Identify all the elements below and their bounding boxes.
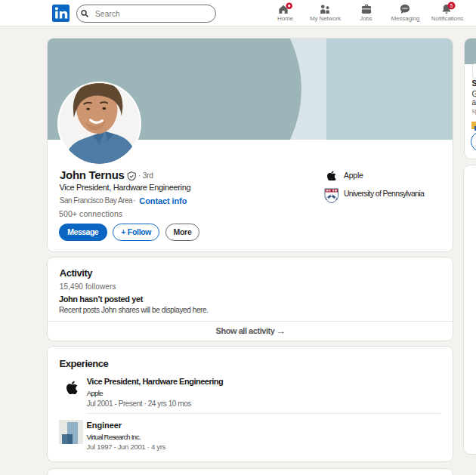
- svg-text:5: 5: [450, 2, 453, 8]
